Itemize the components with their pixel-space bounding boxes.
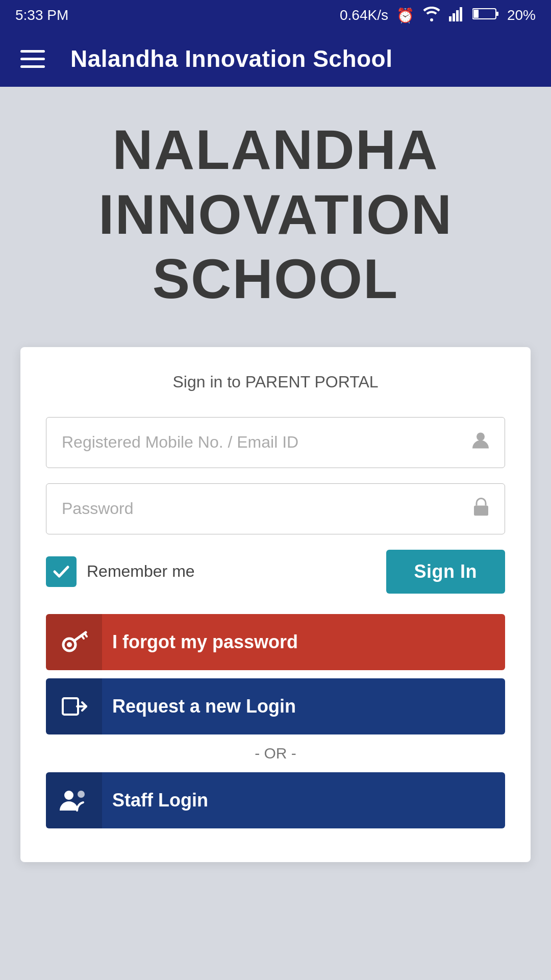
remember-me-checkbox[interactable] — [46, 556, 77, 587]
staff-icon-area — [46, 772, 102, 828]
school-name-hero: NALANDHA INNOVATION SCHOOL — [98, 117, 453, 311]
forgot-icon-area — [46, 614, 102, 670]
svg-point-10 — [67, 642, 72, 647]
status-indicators: 0.64K/s ⏰ — [340, 6, 536, 25]
remember-me-group: Remember me — [46, 556, 195, 587]
nav-bar: Nalandha Innovation School — [0, 31, 551, 87]
forgot-password-label: I forgot my password — [102, 631, 298, 653]
app-title: Nalandha Innovation School — [70, 45, 392, 72]
alarm-icon: ⏰ — [396, 7, 414, 24]
hamburger-menu-button[interactable] — [20, 50, 45, 68]
signal-icon — [449, 6, 464, 25]
battery-icon — [472, 7, 499, 24]
password-input[interactable] — [46, 483, 505, 534]
school-name-line1: NALANDHA — [112, 118, 438, 181]
status-time: 5:33 PM — [15, 7, 68, 23]
svg-point-7 — [477, 432, 485, 440]
main-content: NALANDHA INNOVATION SCHOOL Sign in to PA… — [0, 87, 551, 903]
user-icon — [471, 431, 490, 454]
remember-me-label: Remember me — [87, 562, 195, 581]
svg-point-17 — [78, 791, 85, 798]
svg-line-12 — [82, 635, 84, 639]
school-name-line2: INNOVATION — [98, 183, 453, 246]
signin-subtitle: Sign in to PARENT PORTAL — [46, 373, 505, 391]
forgot-password-button[interactable]: I forgot my password — [46, 614, 505, 670]
svg-rect-8 — [474, 505, 488, 516]
svg-line-13 — [85, 633, 87, 636]
request-icon-area — [46, 678, 102, 734]
svg-rect-5 — [496, 12, 498, 16]
svg-rect-1 — [453, 13, 455, 21]
password-input-group — [46, 483, 505, 534]
action-row: Remember me Sign In — [46, 550, 505, 594]
svg-rect-14 — [63, 698, 78, 715]
battery-percent: 20% — [507, 7, 536, 23]
school-name-line3: SCHOOL — [153, 247, 399, 310]
staff-login-label: Staff Login — [102, 790, 208, 811]
svg-point-16 — [64, 791, 73, 800]
username-input-group — [46, 417, 505, 468]
staff-login-button[interactable]: Staff Login — [46, 772, 505, 828]
status-bar: 5:33 PM 0.64K/s ⏰ — [0, 0, 551, 31]
svg-rect-0 — [449, 16, 452, 21]
request-login-button[interactable]: Request a new Login — [46, 678, 505, 734]
or-divider: - OR - — [46, 745, 505, 762]
sign-in-button[interactable]: Sign In — [386, 550, 506, 594]
username-input[interactable] — [46, 417, 505, 468]
network-speed: 0.64K/s — [340, 7, 388, 23]
lock-icon — [472, 497, 490, 520]
wifi-icon — [422, 6, 441, 25]
login-card: Sign in to PARENT PORTAL — [20, 347, 531, 862]
svg-rect-3 — [460, 7, 462, 21]
svg-rect-2 — [456, 10, 459, 21]
request-login-label: Request a new Login — [102, 696, 296, 717]
svg-rect-6 — [473, 10, 479, 18]
